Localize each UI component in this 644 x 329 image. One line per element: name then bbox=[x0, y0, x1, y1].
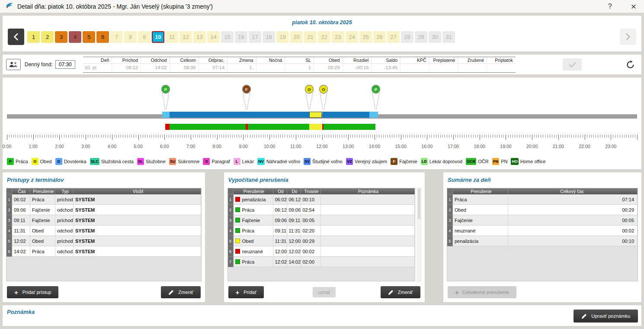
day-button-8[interactable]: 8 bbox=[124, 31, 137, 43]
day-summary-panel: Denný fond: DeňPríchodOdchodCelkomOdprac… bbox=[2, 54, 642, 75]
day-button-23[interactable]: 23 bbox=[332, 31, 344, 43]
access-interruption: Obed bbox=[30, 226, 55, 236]
row-number-header bbox=[6, 188, 12, 194]
change-access-button[interactable]: Zmeniť bbox=[161, 286, 201, 298]
summary-col-header: Rozdiel bbox=[343, 57, 372, 63]
table-row[interactable]: 209:06FajčenieodchodSYSTEM bbox=[6, 205, 201, 215]
day-button-21[interactable]: 21 bbox=[304, 31, 317, 43]
row-number-header bbox=[447, 188, 453, 194]
day-button-22[interactable]: 22 bbox=[318, 31, 330, 43]
table-row[interactable]: 3Fajčenie00:05 bbox=[447, 215, 638, 226]
day-button-18[interactable]: 18 bbox=[263, 31, 275, 43]
table-row[interactable]: 3Fajčenie09:0609:1100:05 bbox=[228, 215, 415, 226]
day-button-3[interactable]: 3 bbox=[55, 31, 67, 43]
help-button[interactable]: ? bbox=[608, 3, 612, 10]
day-button-19[interactable]: 19 bbox=[276, 31, 289, 43]
total-interruption-name: Obed bbox=[453, 205, 508, 215]
day-button-9[interactable]: 9 bbox=[138, 31, 151, 43]
day-button-17[interactable]: 17 bbox=[249, 31, 261, 43]
daily-fund-input[interactable] bbox=[55, 60, 75, 69]
day-button-10[interactable]: 10 bbox=[152, 31, 164, 43]
scrollbar-thumb[interactable] bbox=[418, 189, 420, 219]
edit-note-button[interactable]: Upraviť poznámku bbox=[574, 310, 638, 323]
day-button-14[interactable]: 14 bbox=[207, 31, 220, 43]
day-button-12[interactable]: 12 bbox=[179, 31, 192, 43]
day-button-27[interactable]: 27 bbox=[387, 31, 400, 43]
totals-table-header: PrerušenieCelkový čas bbox=[447, 188, 638, 194]
summary-col-header: Nočná bbox=[256, 57, 285, 63]
day-button-2[interactable]: 2 bbox=[41, 31, 54, 43]
legend-swatch: SV bbox=[304, 158, 311, 165]
confirm-button[interactable] bbox=[563, 58, 582, 71]
employees-button[interactable] bbox=[6, 59, 21, 70]
row-number: 3 bbox=[6, 215, 12, 226]
ruler-hour-label: 2:00 bbox=[55, 144, 64, 149]
terminal-table-header: ČasPrerušenieTypVložil bbox=[6, 188, 201, 194]
plus-icon: + bbox=[455, 289, 459, 296]
interruption-duration: 00:05 bbox=[301, 215, 321, 226]
day-button-4[interactable]: 4 bbox=[69, 31, 81, 43]
legend-item-NV: NVNáhradné voľno bbox=[257, 158, 300, 165]
add-interruption-button[interactable]: + Pridať bbox=[228, 286, 264, 298]
change-interruption-button[interactable]: Zmeniť bbox=[381, 286, 420, 298]
table-row[interactable]: 5penalizácia00:10 bbox=[447, 236, 638, 246]
table-row[interactable]: 309:11FajčeniepríchodSYSTEM bbox=[6, 215, 201, 226]
day-button-16[interactable]: 16 bbox=[235, 31, 247, 43]
table-row[interactable]: 512:02ObedpríchodSYSTEM bbox=[6, 236, 201, 246]
table-row[interactable]: 614:02PrácaodchodSYSTEM bbox=[6, 246, 201, 257]
day-button-6[interactable]: 6 bbox=[96, 31, 109, 43]
add-access-button[interactable]: + Pridať prístup bbox=[7, 286, 58, 298]
interruption-color-swatch bbox=[235, 207, 240, 212]
interruptions-scrollbar[interactable] bbox=[417, 188, 421, 281]
refresh-button[interactable] bbox=[623, 58, 637, 71]
close-icon[interactable]: × bbox=[631, 2, 636, 11]
table-row[interactable]: 2Práca06:1209:0602:54 bbox=[228, 205, 415, 215]
legend-item-SU: SUSúkromne bbox=[169, 158, 200, 165]
day-button-28[interactable]: 28 bbox=[401, 31, 413, 43]
accept-interruption-button[interactable]: uznať bbox=[313, 287, 336, 297]
table-row[interactable]: 7Práca12:0214:0202:00 bbox=[228, 257, 415, 267]
day-button-11[interactable]: 11 bbox=[166, 31, 178, 43]
day-button-25[interactable]: 25 bbox=[359, 31, 372, 43]
table-row[interactable]: 1Práca07:14 bbox=[447, 194, 638, 205]
interruption-from: 06:12 bbox=[273, 205, 287, 215]
day-button-31[interactable]: 31 bbox=[442, 31, 455, 43]
legend-swatch: SLC bbox=[90, 158, 99, 165]
summary-col-header: Saldo bbox=[371, 57, 400, 63]
table-row[interactable]: 2Obed00:29 bbox=[447, 205, 638, 215]
legend-label: Služobne bbox=[146, 159, 166, 164]
legend-item-O: OObed bbox=[32, 158, 52, 165]
day-button-7[interactable]: 7 bbox=[110, 31, 123, 43]
terminal-panel-title: Prístupy z terminálov bbox=[3, 172, 205, 183]
table-row[interactable]: 6neuznané12:0012:0200:02 bbox=[228, 246, 415, 257]
interruption-color-swatch bbox=[235, 239, 240, 243]
table-row[interactable]: 4Práca09:1111:3102:20 bbox=[228, 226, 415, 236]
next-day-button[interactable] bbox=[620, 29, 636, 45]
timeline-pin-P: P bbox=[370, 84, 381, 111]
legend-swatch: NV bbox=[257, 158, 265, 165]
previous-day-button[interactable] bbox=[8, 29, 24, 45]
day-button-13[interactable]: 13 bbox=[193, 31, 206, 43]
ruler-hour-label: 9:00 bbox=[239, 144, 247, 149]
table-row[interactable]: 1penalizácia06:0206:1200:10 bbox=[228, 194, 415, 205]
summary-value: -00:16 bbox=[343, 64, 372, 72]
day-button-5[interactable]: 5 bbox=[83, 31, 95, 43]
day-button-26[interactable]: 26 bbox=[373, 31, 386, 43]
interruption-note bbox=[321, 246, 415, 257]
legend-label: Paragraf bbox=[211, 159, 230, 164]
legend-label: Súkromne bbox=[178, 159, 199, 164]
day-button-15[interactable]: 15 bbox=[221, 31, 234, 43]
day-button-20[interactable]: 20 bbox=[290, 31, 303, 43]
day-button-30[interactable]: 30 bbox=[429, 31, 441, 43]
table-row[interactable]: 411:31ObedodchodSYSTEM bbox=[6, 226, 201, 236]
table-row[interactable]: 5Obed11:3112:0000:29 bbox=[228, 236, 415, 246]
day-button-1[interactable]: 1 bbox=[27, 31, 40, 43]
table-row[interactable]: 106:02PrácapríchodSYSTEM bbox=[6, 194, 201, 205]
ruler-hour-label: 7:00 bbox=[186, 144, 195, 149]
table-row[interactable]: 4neuznané00:02 bbox=[447, 226, 638, 236]
row-number: 6 bbox=[6, 246, 12, 257]
summary-value bbox=[458, 64, 487, 72]
day-button-29[interactable]: 29 bbox=[415, 31, 427, 43]
fullday-interruption-button[interactable]: + Celodenné prerušenie bbox=[448, 286, 516, 298]
day-button-24[interactable]: 24 bbox=[346, 31, 358, 43]
